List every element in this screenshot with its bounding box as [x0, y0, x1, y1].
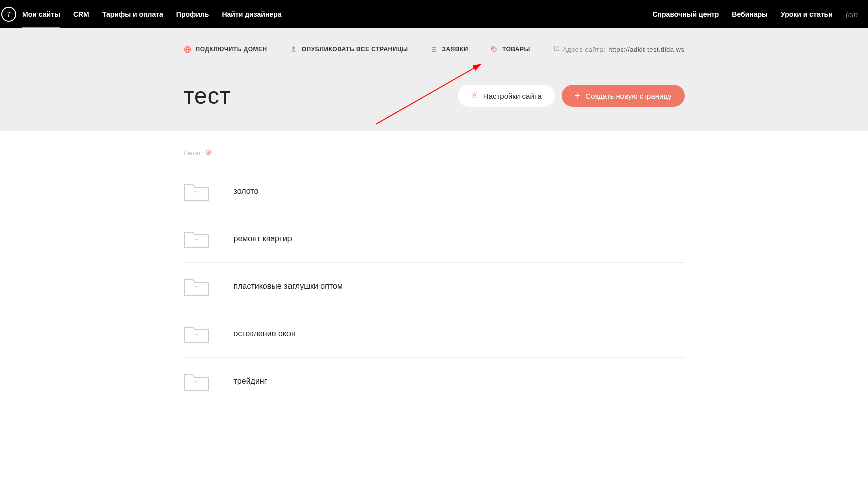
- nav-my-sites[interactable]: Мои сайты: [22, 0, 60, 28]
- page-row[interactable]: ~ пластиковые заглушки оптом: [184, 263, 685, 310]
- folder-icon: ~: [184, 181, 210, 202]
- sub-actions: ПОДКЛЮЧИТЬ ДОМЕН ОПУБЛИКОВАТЬ ВСЕ СТРАНИ…: [184, 45, 685, 53]
- folder-glyph: ~: [184, 330, 210, 339]
- page-row[interactable]: ~ остекление окон: [184, 310, 685, 358]
- page-list: ~ золото ~ ремонт квартир ~ пластиковые …: [184, 168, 685, 405]
- page-name: пластиковые заглушки оптом: [234, 282, 343, 291]
- nav-lessons[interactable]: Уроки и статьи: [781, 10, 833, 18]
- site-settings-label: Настройки сайта: [483, 92, 542, 100]
- title-actions: Настройки сайта + Создать новую страницу: [458, 85, 685, 107]
- folder-glyph: ~: [184, 188, 210, 197]
- action-connect-domain[interactable]: ПОДКЛЮЧИТЬ ДОМЕН: [184, 46, 267, 53]
- svg-point-10: [473, 94, 475, 96]
- folder-icon: ~: [184, 323, 210, 344]
- site-address-url[interactable]: https://adkit-test.tilda.ws: [608, 46, 684, 53]
- nav-left: Мои сайты CRM Тарифы и оплата Профиль На…: [22, 0, 281, 28]
- external-link-icon: [553, 45, 560, 53]
- site-settings-button[interactable]: Настройки сайта: [458, 85, 555, 107]
- folders-label: Папки:: [184, 149, 685, 157]
- page-name: остекление окон: [234, 329, 296, 338]
- nav-webinars[interactable]: Вебинары: [732, 10, 768, 18]
- nav-tail-text: (cin: [846, 10, 858, 19]
- add-folder-icon[interactable]: [205, 149, 211, 157]
- action-products-label: ТОВАРЫ: [502, 46, 530, 53]
- folders-label-text: Папки:: [184, 150, 202, 157]
- site-address: Адрес сайта: https://adkit-test.tilda.ws: [553, 45, 685, 53]
- gear-icon: [471, 91, 478, 100]
- upload-icon: [290, 46, 297, 53]
- content: Папки: ~ золото ~ ремонт квартир ~ пл: [0, 131, 868, 477]
- nav-pricing[interactable]: Тарифы и оплата: [102, 0, 163, 28]
- site-title: тест: [184, 82, 231, 109]
- globe-icon: [184, 46, 191, 53]
- page-name: ремонт квартир: [234, 234, 292, 243]
- folder-icon: ~: [184, 371, 210, 392]
- logo-icon[interactable]: T: [1, 7, 16, 22]
- folder-icon: ~: [184, 228, 210, 249]
- nav-right: Справочный центр Вебинары Уроки и статьи…: [653, 10, 858, 19]
- action-publish-all[interactable]: ОПУБЛИКОВАТЬ ВСЕ СТРАНИЦЫ: [290, 46, 408, 53]
- title-row: тест Настройки сайта + Создать новую стр…: [184, 82, 685, 131]
- page-row[interactable]: ~ золото: [184, 168, 685, 215]
- top-nav: T Мои сайты CRM Тарифы и оплата Профиль …: [0, 0, 868, 28]
- action-connect-domain-label: ПОДКЛЮЧИТЬ ДОМЕН: [196, 46, 267, 53]
- folder-icon: ~: [184, 276, 210, 297]
- action-publish-all-label: ОПУБЛИКОВАТЬ ВСЕ СТРАНИЦЫ: [302, 46, 408, 53]
- page-row[interactable]: ~ ремонт квартир: [184, 215, 685, 263]
- sub-bar: ПОДКЛЮЧИТЬ ДОМЕН ОПУБЛИКОВАТЬ ВСЕ СТРАНИ…: [0, 28, 868, 131]
- tag-icon: [490, 46, 498, 53]
- folder-glyph: ~: [184, 378, 210, 387]
- plus-icon: +: [575, 91, 581, 101]
- page-name: трейдинг: [234, 377, 267, 386]
- nav-find-designer[interactable]: Найти дизайнера: [222, 0, 281, 28]
- action-products[interactable]: ТОВАРЫ: [490, 46, 530, 53]
- folder-glyph: ~: [184, 283, 210, 292]
- folder-glyph: ~: [184, 235, 210, 244]
- action-leads-label: ЗАЯВКИ: [442, 46, 468, 53]
- site-address-label: Адрес сайта:: [563, 46, 605, 53]
- action-leads[interactable]: ЗАЯВКИ: [430, 46, 468, 53]
- nav-profile[interactable]: Профиль: [176, 0, 209, 28]
- page-row[interactable]: ~ трейдинг: [184, 358, 685, 405]
- nav-help[interactable]: Справочный центр: [653, 10, 719, 18]
- nav-crm[interactable]: CRM: [73, 0, 89, 28]
- create-page-button[interactable]: + Создать новую страницу: [562, 85, 685, 107]
- page-name: золото: [234, 187, 259, 196]
- svg-point-9: [493, 47, 494, 48]
- list-icon: [430, 46, 437, 53]
- create-page-label: Создать новую страницу: [585, 92, 671, 100]
